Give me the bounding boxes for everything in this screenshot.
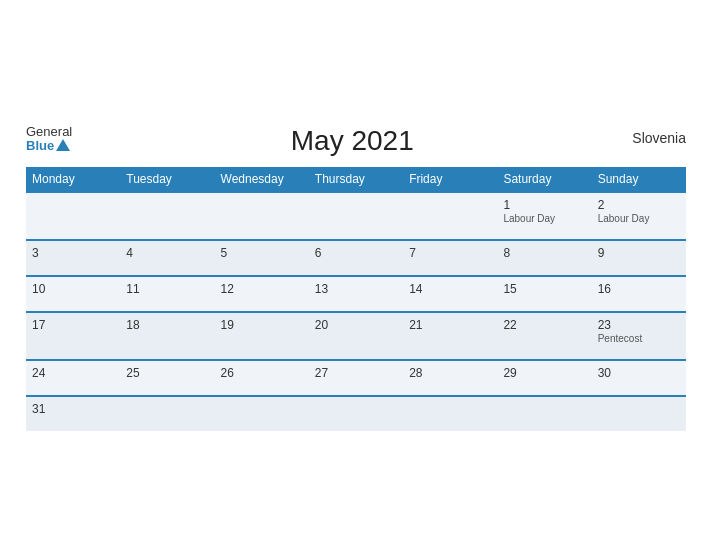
day-cell xyxy=(215,396,309,431)
week-row-0: 1Labour Day2Labour Day xyxy=(26,192,686,240)
week-row-1: 3456789 xyxy=(26,240,686,276)
day-number: 13 xyxy=(315,282,397,296)
day-number: 5 xyxy=(221,246,303,260)
day-number: 29 xyxy=(503,366,585,380)
day-cell: 29 xyxy=(497,360,591,396)
day-cell: 9 xyxy=(592,240,686,276)
day-cell: 28 xyxy=(403,360,497,396)
weekday-header-sunday: Sunday xyxy=(592,167,686,192)
calendar-grid: MondayTuesdayWednesdayThursdayFridaySatu… xyxy=(26,167,686,431)
day-number: 25 xyxy=(126,366,208,380)
day-cell xyxy=(120,192,214,240)
day-cell: 1Labour Day xyxy=(497,192,591,240)
day-number: 17 xyxy=(32,318,114,332)
day-number: 3 xyxy=(32,246,114,260)
day-cell: 21 xyxy=(403,312,497,360)
logo-general-text: General xyxy=(26,125,72,139)
day-number: 31 xyxy=(32,402,114,416)
day-cell: 16 xyxy=(592,276,686,312)
day-cell: 4 xyxy=(120,240,214,276)
day-cell: 22 xyxy=(497,312,591,360)
day-number: 18 xyxy=(126,318,208,332)
day-cell xyxy=(215,192,309,240)
day-cell: 14 xyxy=(403,276,497,312)
day-cell: 24 xyxy=(26,360,120,396)
day-cell xyxy=(309,192,403,240)
day-cell xyxy=(403,396,497,431)
day-number: 4 xyxy=(126,246,208,260)
weekday-header-wednesday: Wednesday xyxy=(215,167,309,192)
day-cell xyxy=(497,396,591,431)
day-cell: 3 xyxy=(26,240,120,276)
weekday-header-monday: Monday xyxy=(26,167,120,192)
day-number: 30 xyxy=(598,366,680,380)
day-cell: 7 xyxy=(403,240,497,276)
calendar-header: General Blue May 2021 Slovenia xyxy=(26,125,686,157)
week-row-3: 17181920212223Pentecost xyxy=(26,312,686,360)
day-cell xyxy=(309,396,403,431)
weekday-header-friday: Friday xyxy=(403,167,497,192)
weekday-header-row: MondayTuesdayWednesdayThursdayFridaySatu… xyxy=(26,167,686,192)
day-cell: 8 xyxy=(497,240,591,276)
day-number: 1 xyxy=(503,198,585,212)
day-number: 15 xyxy=(503,282,585,296)
day-cell: 6 xyxy=(309,240,403,276)
day-number: 26 xyxy=(221,366,303,380)
weekday-header-saturday: Saturday xyxy=(497,167,591,192)
day-cell: 19 xyxy=(215,312,309,360)
day-cell: 25 xyxy=(120,360,214,396)
day-cell: 20 xyxy=(309,312,403,360)
logo: General Blue xyxy=(26,125,72,154)
day-number: 7 xyxy=(409,246,491,260)
weekday-header-thursday: Thursday xyxy=(309,167,403,192)
day-number: 28 xyxy=(409,366,491,380)
day-number: 6 xyxy=(315,246,397,260)
day-number: 20 xyxy=(315,318,397,332)
day-event: Labour Day xyxy=(503,213,585,224)
day-cell: 10 xyxy=(26,276,120,312)
week-row-2: 10111213141516 xyxy=(26,276,686,312)
calendar-country: Slovenia xyxy=(632,125,686,146)
day-cell: 15 xyxy=(497,276,591,312)
day-cell: 31 xyxy=(26,396,120,431)
day-number: 14 xyxy=(409,282,491,296)
day-cell xyxy=(26,192,120,240)
day-cell: 18 xyxy=(120,312,214,360)
day-number: 24 xyxy=(32,366,114,380)
day-cell: 13 xyxy=(309,276,403,312)
logo-blue-text: Blue xyxy=(26,139,72,153)
day-cell: 12 xyxy=(215,276,309,312)
day-cell xyxy=(120,396,214,431)
calendar-container: General Blue May 2021 Slovenia MondayTue… xyxy=(11,110,701,441)
day-number: 19 xyxy=(221,318,303,332)
day-cell xyxy=(403,192,497,240)
day-cell: 26 xyxy=(215,360,309,396)
day-number: 8 xyxy=(503,246,585,260)
logo-triangle-icon xyxy=(56,139,70,151)
day-cell: 5 xyxy=(215,240,309,276)
day-cell: 2Labour Day xyxy=(592,192,686,240)
day-cell: 17 xyxy=(26,312,120,360)
day-number: 16 xyxy=(598,282,680,296)
day-cell: 30 xyxy=(592,360,686,396)
day-number: 27 xyxy=(315,366,397,380)
day-number: 22 xyxy=(503,318,585,332)
day-number: 21 xyxy=(409,318,491,332)
week-row-4: 24252627282930 xyxy=(26,360,686,396)
day-cell: 23Pentecost xyxy=(592,312,686,360)
day-cell: 27 xyxy=(309,360,403,396)
day-number: 10 xyxy=(32,282,114,296)
day-cell: 11 xyxy=(120,276,214,312)
day-number: 23 xyxy=(598,318,680,332)
calendar-title: May 2021 xyxy=(72,125,632,157)
day-cell xyxy=(592,396,686,431)
week-row-5: 31 xyxy=(26,396,686,431)
weekday-header-tuesday: Tuesday xyxy=(120,167,214,192)
day-number: 2 xyxy=(598,198,680,212)
day-number: 11 xyxy=(126,282,208,296)
day-number: 12 xyxy=(221,282,303,296)
day-event: Labour Day xyxy=(598,213,680,224)
day-number: 9 xyxy=(598,246,680,260)
day-event: Pentecost xyxy=(598,333,680,344)
